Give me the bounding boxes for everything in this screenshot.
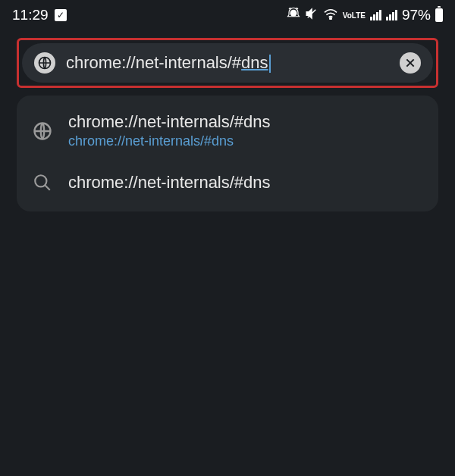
signal-strength-icon-2 — [386, 10, 397, 20]
suggestion-title: chrome://net-internals/#dns — [68, 112, 271, 132]
svg-point-4 — [35, 175, 46, 186]
svg-point-0 — [290, 10, 297, 17]
notification-check-icon: ✓ — [55, 9, 67, 21]
globe-icon — [34, 52, 55, 74]
clear-input-button[interactable] — [400, 52, 421, 74]
url-text-underlined: dns — [241, 53, 268, 72]
alarm-icon — [287, 7, 300, 23]
address-bar-highlight: chrome://net-internals/#dns — [17, 38, 438, 88]
status-time: 11:29 — [12, 7, 49, 23]
battery-percent: 97% — [402, 7, 431, 23]
signal-strength-icon-1 — [370, 10, 381, 20]
suggestion-url: chrome://net-internals/#dns — [68, 133, 271, 149]
search-icon — [30, 171, 55, 195]
mute-icon — [305, 7, 318, 23]
suggestion-text: chrome://net-internals/#dns chrome://net… — [68, 112, 271, 149]
suggestion-text: chrome://net-internals/#dns — [68, 173, 271, 193]
status-right: VoLTE 97% — [287, 7, 443, 23]
volte-icon: VoLTE — [343, 11, 366, 20]
globe-icon — [30, 119, 55, 143]
url-input[interactable]: chrome://net-internals/#dns — [66, 53, 389, 73]
wifi-icon — [323, 8, 338, 23]
suggestion-title: chrome://net-internals/#dns — [68, 173, 271, 193]
status-bar: 11:29 ✓ VoLTE 97% — [0, 0, 455, 30]
suggestion-item-history[interactable]: chrome://net-internals/#dns chrome://net… — [17, 102, 438, 160]
battery-icon — [435, 8, 443, 22]
suggestions-dropdown: chrome://net-internals/#dns chrome://net… — [17, 96, 438, 211]
text-cursor — [269, 55, 271, 73]
url-text-prefix: chrome://net-internals/# — [66, 53, 241, 72]
address-bar[interactable]: chrome://net-internals/#dns — [22, 43, 433, 83]
suggestion-item-search[interactable]: chrome://net-internals/#dns — [17, 160, 438, 205]
svg-point-1 — [330, 17, 331, 19]
status-left: 11:29 ✓ — [12, 7, 67, 23]
